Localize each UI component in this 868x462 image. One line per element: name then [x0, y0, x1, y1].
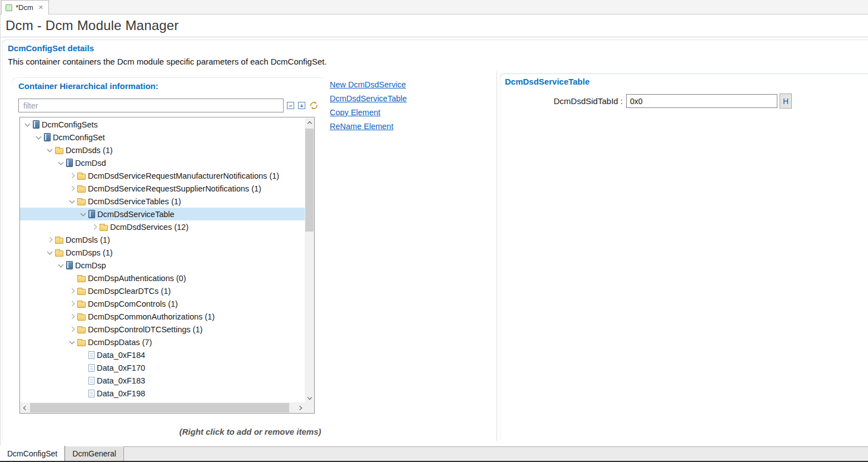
tree-item-label: Data_0xF170	[97, 363, 145, 372]
horizontal-scrollbar[interactable]	[20, 402, 305, 413]
chevron-right-icon	[297, 405, 301, 410]
chevron-down-icon[interactable]	[46, 146, 54, 154]
tree-item-dcmdspcleardtcs-1[interactable]: DcmDspClearDTCs (1)	[20, 284, 305, 297]
action-link-new-dcmdsdservice[interactable]: New DcmDsdService	[330, 79, 406, 90]
window-left-edge	[0, 0, 1, 462]
tree-item-data-0xf170[interactable]: Data_0xF170	[20, 361, 305, 374]
tree-item-dcmdspdatas-7[interactable]: DcmDspDatas (7)	[20, 336, 305, 348]
chevron-right-icon[interactable]	[46, 235, 54, 244]
right-panel-title: DcmDsdServiceTable	[505, 77, 589, 86]
vertical-scrollbar[interactable]	[305, 118, 314, 402]
tree-item-label: DcmConfigSet	[53, 133, 105, 142]
vertical-scrollbar-thumb[interactable]	[305, 129, 314, 232]
chevron-down-icon[interactable]	[79, 210, 87, 218]
tree-item-dcmdsds-1[interactable]: DcmDsds (1)	[20, 144, 305, 156]
folder-icon	[77, 199, 86, 205]
chevron-right-icon[interactable]	[68, 299, 76, 308]
action-link-dcmdsdservicetable[interactable]: DcmDsdServiceTable	[330, 93, 407, 104]
chevron-down-icon[interactable]	[57, 159, 65, 167]
scroll-up-button[interactable]	[305, 118, 314, 127]
tree-item-label: DcmDspDatas (7)	[88, 338, 152, 347]
tree-item-label: DcmDsd	[75, 159, 106, 168]
action-link-rename-element[interactable]: ReName Element	[330, 121, 393, 132]
chevron-right-icon[interactable]	[90, 223, 98, 231]
chevron-down-icon[interactable]	[46, 248, 54, 257]
tree-item-label: DcmDspClearDTCs (1)	[88, 287, 171, 296]
chevron-down-icon[interactable]	[68, 197, 76, 205]
tree-item-dcmdsdservices-12[interactable]: DcmDsdServices (12)	[20, 220, 305, 233]
scroll-down-button[interactable]	[305, 394, 314, 402]
tree-item-data-0xf184[interactable]: Data_0xF184	[20, 348, 305, 361]
tree-item-label: DcmDspControlDTCSettings (1)	[88, 325, 202, 334]
chevron-right-icon[interactable]	[68, 312, 76, 321]
tree-item-dcmdsd[interactable]: DcmDsd	[20, 156, 305, 169]
tree-item-dcmdspcomcontrols-1[interactable]: DcmDspComControls (1)	[20, 297, 305, 310]
tree-item-dcmdsps-1[interactable]: DcmDsps (1)	[20, 246, 305, 259]
container-icon	[88, 210, 95, 218]
chevron-spacer	[79, 351, 87, 359]
bottom-tab-dcmconfigset[interactable]: DcmConfigSet	[0, 446, 65, 461]
tree-item-dcmdsls-1[interactable]: DcmDsls (1)	[20, 233, 305, 246]
tree-hint: (Right click to add or remove items)	[139, 427, 361, 436]
horizontal-scrollbar-thumb[interactable]	[30, 403, 289, 412]
sync-icon[interactable]	[309, 101, 319, 110]
tree-item-dcmdspauthentications-0[interactable]: DcmDspAuthentications (0)	[20, 272, 305, 284]
tree-item-dcmconfigset[interactable]: DcmConfigSet	[20, 131, 305, 144]
tree-item-dcmdsdservicerequestmanufacturernotifications-1[interactable]: DcmDsdServiceRequestManufacturerNotifica…	[20, 169, 305, 182]
tree-item-dcmdsdservicerequestsuppliernotifications-1[interactable]: DcmDsdServiceRequestSupplierNotification…	[20, 182, 305, 195]
chevron-right-icon[interactable]	[68, 184, 76, 193]
tree-item-dcmdspcommonauthorizations-1[interactable]: DcmDspCommonAuthorizations (1)	[20, 310, 305, 323]
scroll-right-button[interactable]	[296, 402, 305, 413]
tree-item-dcmdsdservicetable[interactable]: DcmDsdServiceTable	[20, 208, 305, 220]
close-icon[interactable]	[38, 4, 43, 11]
tree-item-label: DcmDsdServiceTable	[97, 210, 175, 219]
chevron-right-icon[interactable]	[68, 171, 76, 180]
tree-item-dcmdspcontroldtcsettings-1[interactable]: DcmDspControlDTCSettings (1)	[20, 323, 305, 336]
chevron-down-icon[interactable]	[68, 338, 76, 346]
chevron-up-icon	[307, 121, 311, 125]
tree-item-dcmconfigsets[interactable]: DcmConfigSets	[20, 118, 305, 131]
folder-icon	[55, 148, 63, 154]
folder-icon	[77, 289, 86, 295]
hex-format-button[interactable]: H	[780, 94, 792, 109]
folder-icon	[77, 174, 86, 180]
tree-toolbar	[287, 101, 319, 110]
chevron-right-icon[interactable]	[68, 325, 76, 333]
panel-divider	[497, 71, 497, 441]
container-icon	[66, 261, 73, 269]
scroll-left-button[interactable]	[20, 402, 29, 413]
editor-tab-dcm[interactable]: *Dcm	[1, 0, 49, 14]
section-description: This container containers the Dcm module…	[8, 57, 327, 66]
tree: DcmConfigSetsDcmConfigSetDcmDsds (1)DcmD…	[20, 118, 305, 402]
chevron-down-icon[interactable]	[23, 120, 32, 129]
folder-icon	[77, 302, 86, 308]
chevron-down-icon	[307, 395, 311, 399]
tree-section-title: Container Hierarchical information:	[18, 81, 158, 91]
bottom-tab-dcmgeneral[interactable]: DcmGeneral	[65, 446, 124, 461]
tree-item-dcmdsp[interactable]: DcmDsp	[20, 259, 305, 272]
filter-input[interactable]	[18, 99, 284, 112]
folder-icon	[77, 276, 86, 282]
tree-item-label: Data_0xF184	[97, 351, 145, 360]
tree-item-data-0xf183[interactable]: Data_0xF183	[20, 374, 305, 387]
folder-icon	[77, 327, 86, 333]
container-icon	[44, 133, 51, 141]
container-icon	[33, 120, 39, 129]
action-link-copy-element[interactable]: Copy Element	[330, 107, 380, 118]
folder-icon	[55, 238, 63, 244]
expand-all-icon[interactable]	[298, 102, 305, 109]
section-left-border	[2, 40, 3, 440]
tree-item-label: DcmDspComControls (1)	[88, 299, 178, 308]
collapse-all-icon[interactable]	[287, 102, 294, 109]
dcmdsdsidtabid-input[interactable]	[626, 94, 777, 108]
tree-item-data-0xf198[interactable]: Data_0xF198	[20, 387, 305, 400]
tree-item-label: DcmDspAuthentications (0)	[88, 274, 186, 283]
chevron-down-icon[interactable]	[57, 261, 65, 269]
tree-item-label: DcmDspCommonAuthorizations (1)	[88, 312, 215, 321]
container-icon	[66, 159, 73, 167]
chevron-down-icon[interactable]	[34, 133, 43, 141]
chevron-right-icon[interactable]	[68, 287, 76, 295]
chevron-left-icon	[23, 405, 27, 410]
tree-item-dcmdsdservicetables-1[interactable]: DcmDsdServiceTables (1)	[20, 195, 305, 208]
tree-item-label: DcmDsdServiceRequestManufacturerNotifica…	[88, 171, 279, 180]
